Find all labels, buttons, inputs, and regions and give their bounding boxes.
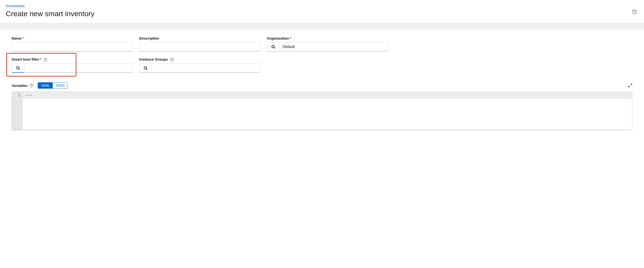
editor-gutter: 1: [12, 92, 23, 130]
smart-host-filter-value[interactable]: [24, 64, 132, 72]
instance-groups-search-button[interactable]: [140, 64, 152, 72]
variables-label-group: Variables: [12, 83, 33, 88]
help-icon[interactable]: [170, 58, 174, 61]
spacer: [267, 57, 388, 73]
content-area: Name* Description Organization*: [0, 29, 644, 131]
instance-groups-lookup: [139, 63, 260, 73]
name-group: Name*: [12, 36, 132, 51]
required-star: *: [290, 36, 291, 40]
organization-lookup: Default: [267, 42, 388, 51]
section-divider: [0, 23, 644, 29]
format-toggle: YAML JSON: [38, 82, 68, 89]
page-header: Inventories Create new smart inventory: [0, 0, 644, 23]
help-icon[interactable]: [44, 58, 48, 61]
svg-line-9: [146, 69, 148, 70]
name-label-text: Name: [12, 36, 22, 40]
expand-icon[interactable]: [628, 83, 632, 88]
search-icon: [16, 66, 20, 70]
svg-line-1: [274, 47, 275, 48]
variables-editor[interactable]: 1 ---: [12, 91, 632, 130]
svg-line-5: [18, 69, 20, 70]
page-title: Create new smart inventory: [6, 10, 638, 18]
svg-point-3: [46, 60, 46, 61]
organization-value[interactable]: Default: [280, 42, 388, 51]
smart-host-filter-label-text: Smart host filter: [12, 57, 40, 61]
code-line-1: ---: [23, 92, 632, 99]
instance-groups-label: Instance Groups: [139, 57, 260, 61]
history-icon[interactable]: [632, 9, 637, 14]
variables-header: Variables YAML JSON: [12, 82, 632, 89]
editor-body[interactable]: ---: [23, 92, 632, 130]
form-row-1: Name* Description Organization*: [12, 36, 632, 51]
smart-host-filter-group: Smart host filter*: [12, 57, 132, 73]
instance-groups-label-text: Instance Groups: [139, 57, 168, 61]
json-toggle-button[interactable]: JSON: [53, 83, 68, 88]
svg-point-7: [172, 60, 172, 61]
form-row-2: Smart host filter*: [12, 57, 632, 73]
organization-label: Organization*: [267, 36, 388, 40]
instance-groups-value[interactable]: [152, 64, 260, 72]
required-star: *: [40, 57, 42, 61]
search-icon: [144, 66, 148, 70]
organization-group: Organization* Default: [267, 36, 388, 51]
name-input[interactable]: [12, 42, 132, 51]
yaml-toggle-button[interactable]: YAML: [38, 83, 53, 88]
form-card: Name* Description Organization*: [4, 29, 640, 131]
smart-host-filter-lookup: [12, 63, 132, 73]
svg-line-13: [628, 86, 630, 87]
organization-search-button[interactable]: [267, 42, 280, 51]
line-number: 1: [13, 93, 20, 98]
description-input[interactable]: [139, 42, 260, 51]
search-icon: [271, 45, 276, 49]
name-label: Name*: [12, 36, 132, 40]
description-label: Description: [139, 36, 260, 40]
breadcrumb-inventories-link[interactable]: Inventories: [6, 4, 25, 8]
svg-point-11: [31, 86, 32, 86]
variables-label: Variables: [12, 83, 28, 88]
smart-host-filter-label: Smart host filter*: [12, 57, 132, 61]
help-icon[interactable]: [30, 83, 33, 87]
svg-line-12: [631, 84, 632, 85]
organization-label-text: Organization: [267, 36, 289, 40]
smart-host-filter-search-button[interactable]: [12, 64, 24, 73]
svg-point-4: [16, 66, 19, 69]
description-group: Description: [139, 36, 260, 51]
svg-point-0: [272, 45, 274, 48]
instance-groups-group: Instance Groups: [139, 57, 260, 73]
svg-point-8: [144, 66, 147, 69]
required-star: *: [22, 36, 24, 40]
